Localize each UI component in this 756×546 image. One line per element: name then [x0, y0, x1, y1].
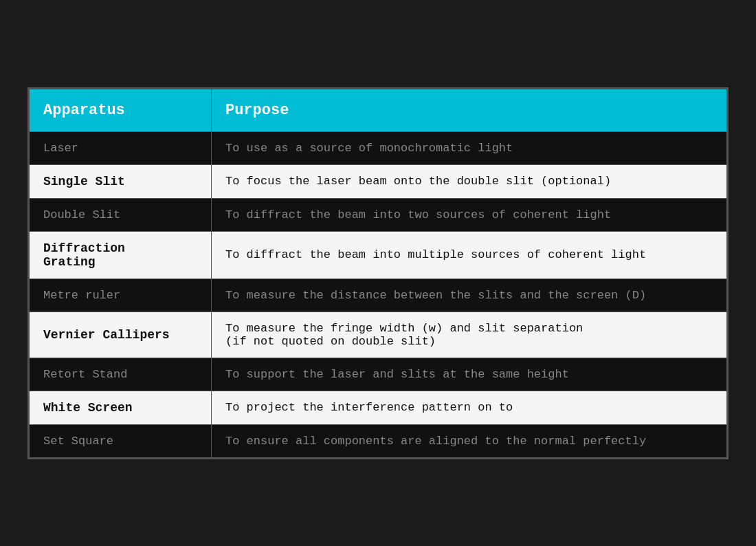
table-row: Metre rulerTo measure the distance betwe… — [30, 279, 727, 312]
table-row: Double SlitTo diffract the beam into two… — [30, 198, 727, 231]
purpose-cell: To project the interference pattern on t… — [212, 391, 727, 424]
purpose-cell: To diffract the beam into two sources of… — [212, 198, 727, 231]
purpose-cell: To support the laser and slits at the sa… — [212, 358, 727, 391]
apparatus-table: Apparatus Purpose LaserTo use as a sourc… — [29, 89, 727, 458]
apparatus-cell: DiffractionGrating — [30, 231, 212, 279]
purpose-cell: To measure the distance between the slit… — [212, 279, 727, 312]
table-row: Single SlitTo focus the laser beam onto … — [30, 164, 727, 198]
table-row: Vernier CallipersTo measure the fringe w… — [30, 312, 727, 358]
apparatus-cell: Double Slit — [30, 198, 212, 231]
purpose-cell: To ensure all components are aligned to … — [212, 424, 727, 457]
apparatus-cell: Single Slit — [30, 164, 212, 198]
page-wrapper: Apparatus Purpose LaserTo use as a sourc… — [0, 0, 756, 546]
header-apparatus: Apparatus — [30, 89, 212, 131]
purpose-cell: To diffract the beam into multiple sourc… — [212, 231, 727, 279]
purpose-cell: To focus the laser beam onto the double … — [212, 164, 727, 198]
purpose-cell: To use as a source of monochromatic ligh… — [212, 131, 727, 164]
apparatus-cell: Laser — [30, 131, 212, 164]
table-row: Retort StandTo support the laser and sli… — [30, 358, 727, 391]
table-header-row: Apparatus Purpose — [30, 89, 727, 131]
apparatus-cell: Vernier Callipers — [30, 312, 212, 358]
header-purpose: Purpose — [212, 89, 727, 131]
apparatus-cell: White Screen — [30, 391, 212, 424]
table-container: Apparatus Purpose LaserTo use as a sourc… — [27, 87, 729, 459]
apparatus-cell: Metre ruler — [30, 279, 212, 312]
table-row: Set SquareTo ensure all components are a… — [30, 424, 727, 457]
table-row: LaserTo use as a source of monochromatic… — [30, 131, 727, 164]
table-row: White ScreenTo project the interference … — [30, 391, 727, 424]
apparatus-cell: Retort Stand — [30, 358, 212, 391]
apparatus-cell: Set Square — [30, 424, 212, 457]
table-row: DiffractionGratingTo diffract the beam i… — [30, 231, 727, 279]
purpose-cell: To measure the fringe width (w) and slit… — [212, 312, 727, 358]
